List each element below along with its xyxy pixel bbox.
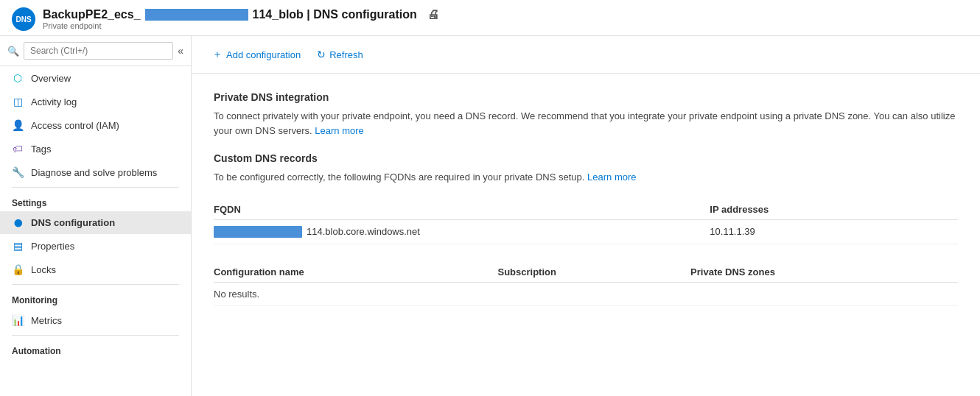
print-icon[interactable]: 🖨 [427,8,439,21]
access-control-icon: 👤 [12,119,24,131]
properties-icon: ▤ [12,240,24,252]
sidebar-item-locks[interactable]: 🔒 Locks [0,258,191,281]
sidebar-item-properties[interactable]: ▤ Properties [0,234,191,258]
sidebar-item-overview[interactable]: ⬡ Overview [0,66,191,90]
custom-dns-title: Custom DNS records [214,152,958,164]
content-area: ＋ Add configuration ↻ Refresh Private DN… [192,36,980,396]
custom-dns-learn-more-link[interactable]: Learn more [587,172,636,183]
sidebar-item-diagnose[interactable]: 🔧 Diagnose and solve problems [0,160,191,184]
sidebar-item-metrics[interactable]: 📊 Metrics [0,308,191,332]
refresh-icon: ↻ [317,49,326,60]
fqdn-cell: 114.blob.core.windows.net [214,226,710,238]
collapse-button[interactable]: « [178,45,183,57]
subscription-header: Subscription [498,262,691,283]
monitoring-divider [12,284,179,285]
sidebar-item-activity-log[interactable]: ◫ Activity log [0,90,191,113]
private-dns-desc: To connect privately with your private e… [214,109,958,138]
resource-subtitle: Private endpoint [43,21,439,30]
settings-section-label: Settings [0,191,191,211]
locks-icon: 🔒 [12,264,24,275]
metrics-icon: 📊 [12,314,24,326]
tags-icon: 🏷 [12,143,24,155]
fqdn-table-header: FQDN IP addresses [214,199,958,220]
private-dns-learn-more-link[interactable]: Learn more [315,125,363,136]
custom-dns-desc: To be configured correctly, the followin… [214,170,958,185]
sidebar-item-tags[interactable]: 🏷 Tags [0,137,191,160]
table-row: 114.blob.core.windows.net 10.11.1.39 [214,220,958,244]
resource-avatar: DNS [12,7,35,31]
search-icon: 🔍 [7,46,19,57]
add-configuration-button[interactable]: ＋ Add configuration [206,45,307,64]
overview-icon: ⬡ [12,72,24,84]
sidebar: 🔍 « ⬡ Overview ◫ Activity log 👤 Access c… [0,36,192,396]
automation-divider [12,335,179,336]
ip-address-cell: 10.11.1.39 [710,226,958,237]
no-results-row: No results. [214,282,958,305]
config-table: Configuration name Subscription Private … [214,262,958,306]
add-icon: ＋ [212,48,223,61]
refresh-button[interactable]: ↻ Refresh [311,46,369,63]
monitoring-section-label: Monitoring [0,288,191,308]
page-header: DNS BackupPE2_ecs_114_blob | DNS configu… [0,0,980,36]
toolbar: ＋ Add configuration ↻ Refresh [192,36,980,74]
diagnose-icon: 🔧 [12,166,24,178]
sidebar-item-dns-configuration[interactable]: ⬤ DNS configuration [0,211,191,234]
config-name-header: Configuration name [214,262,498,283]
page-title: BackupPE2_ecs_114_blob | DNS configurati… [43,8,439,21]
no-results-text: No results. [214,282,958,305]
automation-section-label: Automation [0,339,191,359]
content-body: Private DNS integration To connect priva… [192,74,980,324]
private-dns-title: Private DNS integration [214,91,958,103]
dns-config-icon: ⬤ [12,219,24,227]
main-layout: 🔍 « ⬡ Overview ◫ Activity log 👤 Access c… [0,36,980,396]
redacted-block [145,9,248,21]
settings-divider [12,187,179,188]
fqdn-redacted-block [214,226,302,238]
fqdn-table: FQDN IP addresses 114.blob.core.windows.… [214,199,958,244]
header-title-block: BackupPE2_ecs_114_blob | DNS configurati… [43,8,439,30]
sidebar-search-area: 🔍 « [0,36,191,66]
search-input[interactable] [24,42,173,60]
activity-log-icon: ◫ [12,96,24,107]
sidebar-item-access-control[interactable]: 👤 Access control (IAM) [0,113,191,137]
private-dns-zones-header: Private DNS zones [690,262,958,283]
